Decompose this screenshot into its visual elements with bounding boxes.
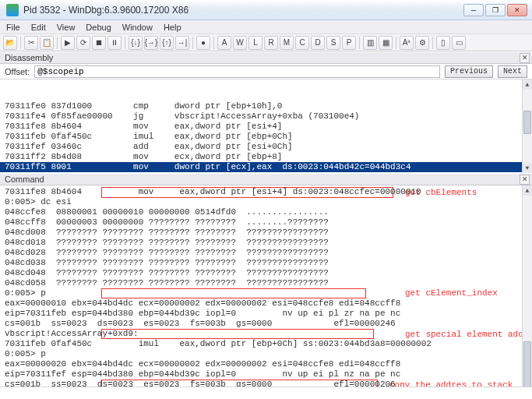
tool-locals-icon[interactable]: L xyxy=(248,36,262,50)
window-buttons: ─ ❐ ✕ xyxy=(462,4,527,16)
tool-step-out-icon[interactable]: {↑} xyxy=(160,36,174,50)
tool-calls-icon[interactable]: C xyxy=(295,36,309,50)
toolbar: 📂 ✂ 📋 ▶ ⟳ ⏹ ⏸ {↓} {→} {↑} →| ● A W L R M… xyxy=(0,34,532,51)
window-title: Pid 3532 - WinDbg:6.3.9600.17200 X86 xyxy=(23,5,462,16)
scroll-down-icon[interactable]: ▼ xyxy=(523,163,532,173)
cmd-line: 048cd038 ???????? ???????? ???????? ????… xyxy=(0,258,522,268)
dasm-line[interactable]: 70311ff2 8b4d08 mov ecx,dword ptr [ebp+8… xyxy=(0,152,532,162)
command-prompt[interactable] xyxy=(0,387,532,399)
menu-debug[interactable]: Debug xyxy=(84,22,112,33)
dasm-line[interactable]: 70311feb 0faf450c imul eax,dword ptr [eb… xyxy=(0,132,532,142)
cmd-line: 0:005> dc esi xyxy=(0,197,522,207)
tool-window-cascade-icon[interactable]: ▭ xyxy=(452,36,466,50)
command-header: Command ✕ xyxy=(0,173,532,185)
scroll-thumb[interactable] xyxy=(523,341,531,388)
tool-srcpath-icon[interactable]: ▦ xyxy=(379,36,393,50)
tool-break-icon[interactable]: ⏸ xyxy=(107,36,122,50)
menu-file[interactable]: File xyxy=(5,22,22,33)
tool-copy-icon[interactable]: 📋 xyxy=(40,36,54,50)
tool-open-icon[interactable]: 📂 xyxy=(3,36,17,50)
disassembly-header: Disassembly ✕ xyxy=(0,51,532,64)
command-close-icon[interactable]: ✕ xyxy=(520,175,530,185)
command-scrollbar[interactable]: ▲ ▼ xyxy=(522,185,532,399)
command-title: Command xyxy=(5,175,44,184)
title-bar: Pid 3532 - WinDbg:6.3.9600.17200 X86 ─ ❐… xyxy=(0,0,532,20)
tool-window-tile-icon[interactable]: ▯ xyxy=(436,36,450,50)
previous-button[interactable]: Previous xyxy=(445,65,493,78)
tool-stop-icon[interactable]: ⏹ xyxy=(92,36,106,50)
tool-watch-icon[interactable]: W xyxy=(233,36,247,50)
menu-window[interactable]: Window xyxy=(121,22,154,33)
dasm-line[interactable]: 70311fe4 0f85fae00000 jg vbscript!Access… xyxy=(0,111,532,122)
cmd-line: 048cd028 ???????? ???????? ???????? ????… xyxy=(0,248,522,258)
disassembly-close-icon[interactable]: ✕ xyxy=(520,53,530,63)
cmd-line: 0:005> p xyxy=(0,288,522,298)
tool-disasm-icon[interactable]: D xyxy=(311,36,325,50)
scroll-thumb[interactable] xyxy=(523,111,531,134)
cmd-line: 0:005> p xyxy=(0,349,522,359)
tool-cut-icon[interactable]: ✂ xyxy=(24,36,38,50)
disassembly-title: Disassembly xyxy=(5,53,53,62)
tool-proc-icon[interactable]: P xyxy=(342,36,356,50)
cmd-line: eip=70311fef esp=044bd380 ebp=044bd39c i… xyxy=(0,369,522,380)
app-icon xyxy=(6,4,19,16)
scroll-up-icon[interactable]: ▲ xyxy=(523,79,532,90)
menu-bar: File Edit View Debug Window Help xyxy=(0,20,532,34)
minimize-button[interactable]: ─ xyxy=(463,4,484,16)
offset-input[interactable] xyxy=(34,65,440,78)
tool-src-icon[interactable]: ▥ xyxy=(363,36,377,50)
cmd-line: vbscript!AccessArray+0xd9: xyxy=(0,329,522,339)
tool-registers-icon[interactable]: R xyxy=(264,36,278,50)
dasm-line[interactable]: 70311fe8 8b4604 mov eax,dword ptr [esi+4… xyxy=(0,122,532,132)
tool-step-over-icon[interactable]: {→} xyxy=(144,36,158,50)
cmd-line: eip=70311feb esp=044bd380 ebp=044bd39c i… xyxy=(0,309,522,319)
cmd-line: 048cd048 ???????? ???????? ???????? ????… xyxy=(0,268,522,278)
tool-font-icon[interactable]: Aᵃ xyxy=(400,36,414,50)
tool-memory-icon[interactable]: M xyxy=(280,36,294,50)
disassembly-view[interactable]: 70311fe0 837d1000 cmp dword ptr [ebp+10h… xyxy=(0,79,532,173)
cmd-line: cs=001b ss=0023 ds=0023 es=0023 fs=003b … xyxy=(0,319,522,329)
tool-go-icon[interactable]: ▶ xyxy=(61,36,75,50)
tool-bp-icon[interactable]: ● xyxy=(196,36,210,50)
maximize-button[interactable]: ❐ xyxy=(485,4,506,16)
cmd-line: 70311feb 0faf450c imul eax,dword ptr [eb… xyxy=(0,339,522,349)
tool-restart-icon[interactable]: ⟳ xyxy=(76,36,90,50)
cmd-line: 048cd058 ???????? ???????? ???????? ????… xyxy=(0,278,522,288)
menu-edit[interactable]: Edit xyxy=(30,22,48,33)
cmd-line: eax=00000010 ebx=044bd4dc ecx=00000002 e… xyxy=(0,298,522,309)
cmd-line: 048cd018 ???????? ???????? ???????? ????… xyxy=(0,238,522,248)
tool-cmd-icon[interactable]: A xyxy=(217,36,231,50)
cmd-line: 048ccfe8 08800001 00000010 00000000 0514… xyxy=(0,207,522,217)
cmd-line: 70311fe8 8b4604 mov eax,dword ptr [esi+4… xyxy=(0,187,522,197)
tool-run-to-icon[interactable]: →| xyxy=(175,36,189,50)
menu-help[interactable]: Help xyxy=(162,22,183,33)
disassembly-scrollbar[interactable]: ▲ ▼ xyxy=(522,79,532,173)
close-button[interactable]: ✕ xyxy=(507,4,527,16)
offset-row: Offset: Previous Next xyxy=(0,64,532,79)
dasm-line[interactable]: 70311fef 03460c add eax,dword ptr [esi+0… xyxy=(0,142,532,152)
tool-step-into-icon[interactable]: {↓} xyxy=(129,36,143,50)
next-button[interactable]: Next xyxy=(498,65,527,78)
scroll-up-icon[interactable]: ▲ xyxy=(523,185,532,196)
tool-scratch-icon[interactable]: S xyxy=(326,36,340,50)
offset-label: Offset: xyxy=(5,67,30,76)
dasm-line[interactable]: 70311fe0 837d1000 cmp dword ptr [ebp+10h… xyxy=(0,101,532,111)
command-view[interactable]: get cbElements get cElement_index get sp… xyxy=(0,185,532,399)
cmd-line: 048ccff8 00000003 00000000 ???????? ????… xyxy=(0,217,522,228)
tool-options-icon[interactable]: ⚙ xyxy=(415,36,429,50)
cmd-line: 048cd008 ???????? ???????? ???????? ????… xyxy=(0,228,522,238)
cmd-line: eax=00000020 ebx=044bd4dc ecx=00000002 e… xyxy=(0,359,522,369)
dasm-line[interactable]: 70311ff5 8901 mov dword ptr [ecx],eax ds… xyxy=(0,162,532,172)
menu-view[interactable]: View xyxy=(55,22,77,33)
